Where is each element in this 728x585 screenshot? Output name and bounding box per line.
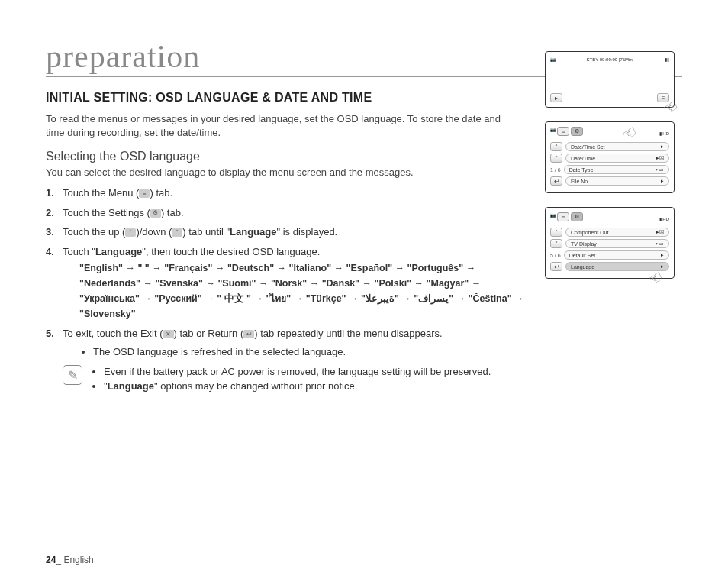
camera-mode-icon: 📷 bbox=[550, 212, 556, 221]
tab-menu: ≡ bbox=[557, 127, 569, 136]
hd-indicator: ▮ HD bbox=[659, 216, 669, 221]
step-4: Touch "Language", then touch the desired… bbox=[46, 244, 534, 322]
play-tab: ▸ bbox=[550, 93, 562, 102]
menu-item: TV Display▸▭ bbox=[565, 239, 669, 248]
down-button: ˅ bbox=[550, 239, 562, 248]
camera-icon: 📷 bbox=[550, 57, 556, 62]
camera-mode-icon: 📷 bbox=[550, 127, 556, 136]
up-icon: ˄ bbox=[125, 228, 136, 237]
pager: 5 / 6 bbox=[550, 253, 561, 258]
page-number: 24 bbox=[46, 554, 56, 565]
screen-settings-page5: 📷 ≡ ⚙ ▮ HD ˄Component Out▸☒ ˅TV Display▸… bbox=[545, 207, 675, 279]
battery-icon: ▮▯ bbox=[665, 57, 669, 62]
screen-standby: 📷 STBY 00:00:00 [76Min] ▮▯ ▸ ≡ ☜ bbox=[545, 51, 675, 108]
up-button: ˄ bbox=[550, 142, 562, 151]
language-chain: "English" → " " → "Français" → "Deutsch"… bbox=[63, 260, 534, 322]
down-button: ˅ bbox=[550, 154, 562, 163]
down-icon: ˅ bbox=[172, 228, 182, 237]
step-1: Touch the Menu (≡) tab. bbox=[46, 186, 534, 201]
step-5: To exit, touch the Exit (✕) tab or Retur… bbox=[46, 326, 534, 359]
return-button: ↩ bbox=[550, 176, 562, 186]
subheading: Selecting the OSD language bbox=[46, 150, 534, 163]
step5-bullet: The OSD language is refreshed in the sel… bbox=[93, 344, 534, 360]
return-icon: ↩ bbox=[243, 330, 254, 338]
subintro: You can select the desired language to d… bbox=[46, 166, 519, 178]
menu-icon: ≡ bbox=[139, 189, 150, 198]
steps-list: Touch the Menu (≡) tab. Touch the Settin… bbox=[46, 186, 534, 359]
step-3: Touch the up (˄)/down (˅) tab until "Lan… bbox=[46, 225, 534, 240]
screen-settings-page1: 📷 ≡ ⚙ ▮ HD ˄Date/Time Set▸ ˅Date/Time▸☒ … bbox=[545, 121, 675, 193]
screenshots-column: 📷 STBY 00:00:00 [76Min] ▮▯ ▸ ≡ ☜ 📷 ≡ ⚙ ▮… bbox=[545, 51, 675, 279]
tab-menu: ≡ bbox=[557, 212, 569, 221]
return-button: ↩ bbox=[550, 262, 562, 271]
tab-settings: ⚙ bbox=[571, 212, 583, 221]
menu-item: Date/Time Set▸ bbox=[565, 142, 669, 151]
menu-item: File No.▸ bbox=[565, 176, 669, 186]
note-1: Even if the battery pack or AC power is … bbox=[104, 365, 491, 380]
hd-indicator: ▮ HD bbox=[659, 131, 669, 136]
exit-icon: ✕ bbox=[163, 330, 174, 338]
step-2: Touch the Settings (⚙) tab. bbox=[46, 205, 534, 221]
menu-item: Default Set▸ bbox=[564, 250, 669, 260]
note-2: "Language" options may be changed withou… bbox=[104, 380, 491, 394]
note-box: ✎ Even if the battery pack or AC power i… bbox=[46, 365, 534, 394]
up-button: ˄ bbox=[550, 228, 562, 237]
menu-item: Date/Time▸☒ bbox=[565, 154, 669, 163]
page-footer: 24_ English bbox=[46, 554, 94, 565]
tab-settings: ⚙ bbox=[571, 127, 583, 136]
note-icon: ✎ bbox=[63, 365, 82, 385]
menu-item: Date Type▸▭ bbox=[564, 165, 669, 174]
standby-status: STBY 00:00:00 [76Min] bbox=[587, 57, 634, 62]
intro-text: To read the menus or messages in your de… bbox=[46, 112, 504, 139]
footer-lang: English bbox=[63, 554, 93, 565]
settings-icon: ⚙ bbox=[150, 209, 161, 218]
pager: 1 / 6 bbox=[550, 167, 561, 173]
menu-item: Component Out▸☒ bbox=[565, 228, 669, 237]
